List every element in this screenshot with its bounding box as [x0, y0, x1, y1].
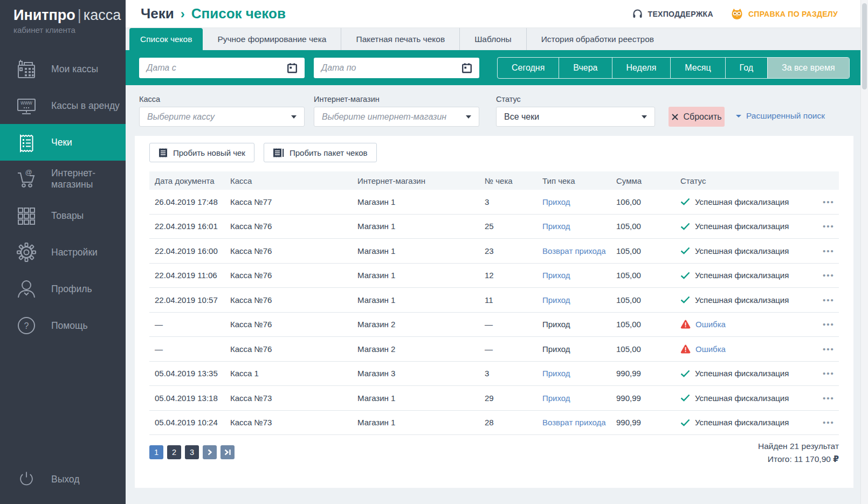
status-cell[interactable]: Успешная фискализация [675, 197, 817, 206]
receipt-type[interactable]: Приход [537, 320, 611, 329]
reset-filters-button[interactable]: Сбросить [669, 107, 725, 127]
col-header-type: Тип чека [537, 176, 611, 185]
sidebar-item-receipts[interactable]: Чеки [0, 124, 126, 161]
logout-button[interactable]: Выход [0, 461, 126, 498]
cell-shop: Магазин 1 [352, 197, 479, 206]
gear-icon [13, 239, 39, 265]
cell-date: 22.04.2019 11:06 [149, 271, 225, 280]
page-button-3[interactable]: 3 [185, 445, 199, 459]
date-filter-band: Дата с Дата по Сегодня Вчера [126, 50, 868, 85]
table-row[interactable]: 22.04.2019 16:00 Касса №76 Магазин 1 23 … [149, 239, 839, 264]
receipt-type[interactable]: Приход [537, 271, 611, 280]
cell-shop: Магазин 1 [352, 271, 479, 280]
status-cell[interactable]: Успешная фискализация [675, 295, 817, 305]
row-menu-button[interactable]: ••• [817, 369, 839, 378]
page-number: 3 [190, 448, 194, 457]
calendar-icon[interactable] [286, 62, 298, 74]
status-cell[interactable]: Успешная фискализация [675, 393, 817, 403]
status-cell[interactable]: Успешная фискализация [675, 271, 817, 280]
table-row[interactable]: 05.04.2019 13:35 Касса 1 Магазин 3 3 При… [149, 362, 839, 386]
row-menu-button[interactable]: ••• [817, 320, 839, 329]
status-select[interactable]: Все чеки [496, 107, 655, 127]
status-cell[interactable]: Успешная фискализация [675, 418, 817, 427]
range-week-button[interactable]: Неделя [612, 58, 671, 78]
range-month-button[interactable]: Месяц [670, 58, 725, 78]
calendar-icon[interactable] [461, 62, 473, 74]
sidebar-item-help[interactable]: ? Помощь [0, 307, 126, 344]
row-menu-button[interactable]: ••• [817, 393, 839, 403]
cell-date: 26.04.2019 17:48 [149, 197, 225, 206]
cell-amount: 105,00 [611, 320, 675, 329]
sidebar-item-online-stores[interactable]: @ Интернет-магазины [0, 161, 126, 197]
tab-batch-print[interactable]: Пакетная печать чеков [341, 28, 459, 50]
breadcrumb-page: Список чеков [191, 5, 286, 22]
status-cell[interactable]: Ошибка [675, 320, 817, 329]
table-row[interactable]: 22.04.2019 10:57 Касса №76 Магазин 1 11 … [149, 288, 839, 313]
table-row[interactable]: 05.04.2019 10:24 Касса №73 Магазин 1 28 … [149, 411, 839, 436]
receipt-type[interactable]: Приход [537, 369, 611, 378]
receipt-type[interactable]: Приход [537, 295, 611, 305]
sidebar-item-profile[interactable]: Профиль [0, 271, 126, 307]
batch-receipt-button[interactable]: Пробить пакет чеков [264, 143, 377, 162]
sidebar-item-rental-kassas[interactable]: www Кассы в аренду [0, 87, 126, 124]
check-icon [680, 272, 690, 279]
sidebar-item-settings[interactable]: Настройки [0, 234, 126, 271]
scrollbar-thumb[interactable] [862, 3, 867, 89]
tab-manual-receipt[interactable]: Ручное формирование чека [203, 28, 341, 50]
kassa-select[interactable]: Выберите кассу [139, 107, 305, 127]
page-scrollbar[interactable] [860, 0, 868, 504]
last-page-button[interactable] [221, 445, 235, 459]
status-cell[interactable]: Успешная фискализация [675, 369, 817, 378]
table-row[interactable]: 22.04.2019 11:06 Касса №76 Магазин 1 12 … [149, 264, 839, 288]
logo-subtitle: кабинет клиента [13, 25, 126, 34]
table-row[interactable]: — Касса №76 Магазин 2 — Приход 105,00 Ош… [149, 337, 839, 362]
table-row[interactable]: 05.04.2019 13:18 Касса №73 Магазин 1 29 … [149, 386, 839, 411]
sidebar-item-products[interactable]: Товары [0, 197, 126, 234]
page-button-2[interactable]: 2 [167, 445, 181, 459]
cell-number: 29 [479, 393, 537, 403]
cell-shop: Магазин 3 [352, 369, 479, 378]
date-to-input[interactable]: Дата по [314, 58, 479, 78]
advanced-search-link[interactable]: Расширенный поиск [736, 111, 825, 121]
section-help-link[interactable]: СПРАВКА ПО РАЗДЕЛУ [731, 8, 838, 20]
range-yesterday-button[interactable]: Вчера [559, 58, 611, 78]
receipt-type[interactable]: Приход [537, 344, 611, 354]
range-today-button[interactable]: Сегодня [498, 58, 559, 78]
sidebar-item-my-kassas[interactable]: Мои кассы [0, 51, 126, 87]
next-page-button[interactable] [203, 445, 217, 459]
receipt-type[interactable]: Приход [537, 393, 611, 403]
row-menu-button[interactable]: ••• [817, 271, 839, 280]
receipt-type[interactable]: Возврат прихода [537, 246, 611, 256]
tab-templates[interactable]: Шаблоны [459, 28, 526, 50]
table-row[interactable]: 22.04.2019 16:01 Касса №76 Магазин 1 25 … [149, 215, 839, 239]
row-menu-button[interactable]: ••• [817, 418, 839, 427]
row-menu-button[interactable]: ••• [817, 197, 839, 206]
row-menu-button[interactable]: ••• [817, 222, 839, 231]
row-menu-button[interactable]: ••• [817, 344, 839, 354]
receipt-type[interactable]: Приход [537, 197, 611, 206]
page-button-1[interactable]: 1 [149, 445, 163, 459]
tab-registry-history[interactable]: История обработки реестров [526, 28, 669, 50]
new-receipt-label: Пробить новый чек [173, 148, 245, 157]
date-from-input[interactable]: Дата с [139, 58, 305, 78]
breadcrumb-section[interactable]: Чеки [141, 5, 174, 22]
range-year-button[interactable]: Год [725, 58, 767, 78]
support-link[interactable]: ТЕХПОДДЕРЖКА [632, 8, 713, 19]
table-row[interactable]: 26.04.2019 17:48 Касса №77 Магазин 1 3 П… [149, 190, 839, 215]
status-cell[interactable]: Ошибка [675, 344, 817, 354]
status-cell[interactable]: Успешная фискализация [675, 246, 817, 256]
receipt-type[interactable]: Возврат прихода [537, 418, 611, 427]
new-receipt-button[interactable]: Пробить новый чек [149, 143, 254, 162]
range-all-time-button[interactable]: За все время [767, 58, 849, 78]
kassa-select-placeholder: Выберите кассу [147, 112, 291, 122]
table-row[interactable]: — Касса №76 Магазин 2 — Приход 105,00 Ош… [149, 313, 839, 337]
status-cell[interactable]: Успешная фискализация [675, 222, 817, 231]
receipt-type[interactable]: Приход [537, 222, 611, 231]
check-icon [680, 247, 690, 254]
tab-receipt-list[interactable]: Список чеков [129, 28, 203, 50]
shop-select[interactable]: Выберите интернет-магазин [314, 107, 479, 127]
check-icon [680, 223, 690, 230]
row-menu-button[interactable]: ••• [817, 246, 839, 256]
cell-kassa: Касса №76 [225, 295, 352, 305]
row-menu-button[interactable]: ••• [817, 295, 839, 305]
